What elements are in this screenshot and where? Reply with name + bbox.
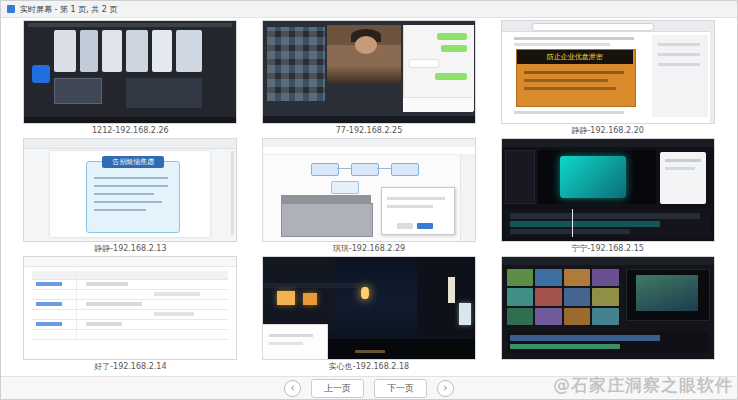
table-cell-text [154,292,200,296]
flowchart-node [331,181,359,194]
mini-taskbar [263,116,475,123]
toolbar [24,139,236,149]
app-logo-icon [32,65,50,83]
app-icon [7,5,15,13]
screen-cell: 实心也-192.168.2.18 [263,257,475,373]
screen-thumbnail-2[interactable] [263,21,475,123]
window-text-line [269,334,313,337]
screen-cell: 宁宁-192.168.2.15 [502,139,714,255]
screen-thumbnail-1[interactable] [24,21,236,123]
media-tile [592,269,619,286]
chat-bubble [441,45,467,52]
desktop-icons [267,27,325,101]
timeline-track [510,213,700,219]
screen-thumbnail-5[interactable] [263,139,475,241]
screen-thumbnail-7[interactable] [24,257,236,359]
table-row-line [32,309,228,310]
screen-caption: 静静-192.168.2.13 [94,243,166,255]
mini-taskbar [24,117,236,123]
toolbar-row [263,147,475,155]
table-link [36,322,62,326]
poster-banner-text: 防止企业优盘泄密 [547,52,603,62]
screen-thumbnail-9[interactable] [502,257,714,359]
mini-window [126,30,148,72]
next-page-button[interactable]: 下一页 [374,379,427,398]
flowchart-node [311,163,339,176]
screen-grid: 1212-192.168.2.26 77-192.168.2.25 [1,18,737,375]
sidebar-line [658,63,700,66]
table-cell-text [86,302,142,306]
dialog-cancel-button [397,223,413,229]
chat-bubble [435,73,467,80]
note-card [86,161,180,233]
screen-cell: 77-192.168.2.25 [263,21,475,137]
note-ribbon: 告别烦恼焦虑 [102,156,164,168]
overlapping-window [281,203,373,237]
pagination-bar: ‹ 上一页 下一页 › [1,376,737,399]
media-tile [535,308,562,325]
media-tile [564,269,591,286]
media-tile [507,288,534,305]
vending-machine [459,303,471,325]
mini-window [54,78,102,104]
screen-cell [502,257,714,373]
media-tile [507,269,534,286]
poster-text-line [524,71,624,74]
screen-thumbnail-6[interactable] [502,139,714,241]
media-tile [507,308,534,325]
editor-topbar [502,257,714,265]
text-line [514,43,610,46]
media-tile [564,288,591,305]
media-tile [592,308,619,325]
screen-thumbnail-4[interactable]: 告别烦恼焦虑 [24,139,236,241]
table-row-line [32,329,228,330]
poster-text-line [524,87,616,90]
note-title-text: 告别烦恼焦虑 [112,157,154,167]
table-column-line [76,271,77,340]
table-link [36,302,62,306]
flowchart-connector [337,168,351,169]
editor-topbar [502,139,714,147]
timeline-track [510,344,620,349]
screen-thumbnail-8[interactable] [263,257,475,359]
sidebar-line [658,43,700,46]
media-panel [505,150,535,204]
screen-caption: 77-192.168.2.25 [336,125,403,137]
preview-image [636,275,698,311]
poster-banner: 防止企业优盘泄密 [517,50,633,64]
mini-taskbar [28,23,232,27]
screen-cell: 琪琪-192.168.2.29 [263,139,475,255]
title-bar: 实时屏幕 - 第 1 页, 共 2 页 [1,1,737,18]
chat-bubble [409,59,439,68]
table-row-line [32,339,228,340]
dialog-line [387,197,445,200]
sidebar-line [658,53,700,56]
table-cell-text [86,322,122,326]
sidebar-panel [652,35,708,117]
prev-page-button[interactable]: 上一页 [311,379,364,398]
media-tile [535,269,562,286]
screen-caption: 宁宁-192.168.2.15 [571,243,643,255]
note-line [94,193,154,195]
person-face [355,36,377,54]
table-header [32,271,228,279]
mini-window [152,30,172,72]
mini-window [126,78,202,108]
media-tile [535,288,562,305]
next-page-arrow-button[interactable]: › [437,380,454,397]
table-row-line [32,299,228,300]
note-line [94,209,146,211]
screen-thumbnail-3[interactable]: 防止企业优盘泄密 [502,21,714,123]
prev-page-arrow-button[interactable]: ‹ [284,380,301,397]
mini-window [176,30,202,72]
timeline-track [510,221,660,227]
mini-window [80,30,98,72]
mini-window [102,30,122,72]
flowchart-node [391,163,419,176]
screen-caption: 好了-192.168.2.14 [94,361,166,373]
window-text-line [269,342,303,345]
chat-input-area [403,97,473,112]
address-bar [532,23,654,31]
screen-caption: 实心也-192.168.2.18 [329,361,409,373]
media-tile [564,308,591,325]
